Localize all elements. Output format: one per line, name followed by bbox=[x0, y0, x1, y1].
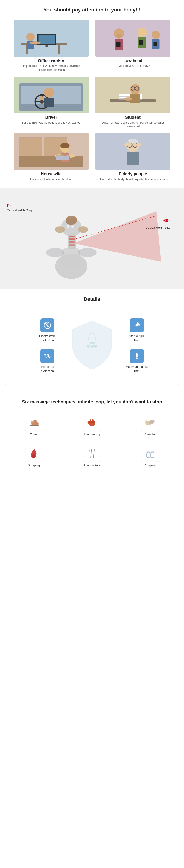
svg-rect-13 bbox=[116, 41, 121, 47]
tuina-icon bbox=[25, 415, 43, 431]
svg-marker-113 bbox=[94, 450, 95, 451]
person-img-student bbox=[96, 76, 170, 113]
person-desc-student: Write homework every day, lumbar vertebr… bbox=[96, 121, 170, 129]
massage-section: Six massage techniques, infinite loop, l… bbox=[0, 392, 184, 479]
feature-start-output: Start outputlimit bbox=[99, 318, 175, 342]
people-grid: Office worker Long hours of hard work, h… bbox=[0, 18, 184, 188]
person-desc-office-worker: Long hours of hard work, have already de… bbox=[14, 64, 88, 72]
svg-rect-5 bbox=[38, 35, 55, 44]
svg-rect-29 bbox=[44, 98, 54, 107]
svg-point-60 bbox=[125, 143, 129, 146]
person-img-elderly bbox=[96, 133, 170, 170]
person-title-driver: Driver bbox=[14, 115, 88, 120]
person-card-housewife: Housewife Homework that can never be don… bbox=[14, 133, 88, 181]
svg-point-30 bbox=[39, 96, 44, 100]
svg-rect-6 bbox=[46, 45, 48, 47]
massage-label-scraping: Scraping bbox=[28, 464, 40, 467]
short-circuit-icon bbox=[41, 349, 54, 363]
svg-rect-71 bbox=[69, 241, 75, 243]
massage-cell-scraping: Scraping bbox=[5, 441, 63, 472]
person-title-housewife: Housewife bbox=[14, 172, 88, 177]
massage-cell-cupping: Cupping bbox=[121, 441, 179, 472]
cupping-icon bbox=[141, 446, 159, 462]
person-desc-low-head: Is your cervical spine okay? bbox=[96, 64, 170, 68]
svg-rect-3 bbox=[58, 45, 60, 54]
svg-point-61 bbox=[137, 143, 141, 146]
massage-label-hammering: Hammering bbox=[84, 433, 100, 436]
svg-rect-44 bbox=[19, 156, 83, 167]
svg-point-88 bbox=[136, 324, 138, 327]
svg-point-90 bbox=[136, 358, 137, 359]
svg-point-18 bbox=[152, 31, 160, 39]
person-img-driver bbox=[14, 76, 88, 113]
svg-point-74 bbox=[65, 216, 77, 225]
person-title-office-worker: Office worker bbox=[14, 58, 88, 63]
svg-point-115 bbox=[151, 451, 154, 453]
person-card-student: Student Write homework every day, lumbar… bbox=[96, 76, 170, 129]
svg-point-80 bbox=[78, 248, 97, 257]
svg-rect-10 bbox=[96, 20, 170, 57]
person-card-office-worker: Office worker Long hours of hard work, h… bbox=[14, 20, 88, 72]
svg-marker-109 bbox=[91, 449, 92, 450]
svg-point-63 bbox=[128, 139, 138, 144]
massage-label-kneading: Kneading bbox=[144, 433, 156, 436]
electrostatic-icon bbox=[41, 318, 54, 332]
svg-line-112 bbox=[95, 450, 95, 458]
svg-line-108 bbox=[91, 449, 92, 457]
person-title-low-head: Low head bbox=[96, 58, 170, 63]
svg-rect-72 bbox=[69, 244, 75, 246]
svg-rect-20 bbox=[154, 42, 157, 46]
svg-point-76 bbox=[71, 225, 74, 228]
feature-short-circuit: Short circuitprotection bbox=[9, 349, 85, 373]
massage-cell-kneading: Kneading bbox=[121, 410, 179, 441]
feature-label-electrostatic: Electrostaticprotection bbox=[39, 334, 55, 342]
person-card-driver: Driver Long-term driver, the body is alr… bbox=[14, 76, 88, 129]
svg-point-14 bbox=[116, 34, 122, 38]
details-section: Details 100 SAFE bbox=[0, 289, 184, 392]
massage-label-tuina: Tuina bbox=[30, 433, 37, 436]
svg-point-42 bbox=[124, 97, 132, 101]
person-img-housewife bbox=[14, 133, 88, 170]
person-desc-driver: Long-term driver, the body is already ex… bbox=[14, 121, 88, 125]
massage-cell-acupuncture: Acupuncture bbox=[63, 441, 121, 472]
massage-label-acupuncture: Acupuncture bbox=[83, 464, 100, 467]
person-title-elderly: Elderly people bbox=[96, 172, 170, 177]
page-title: You should pay attention to your body!!! bbox=[0, 0, 184, 18]
feature-label-short-circuit: Short circuitprotection bbox=[39, 365, 55, 373]
hammering-icon bbox=[83, 415, 101, 431]
svg-marker-111 bbox=[93, 450, 94, 451]
start-output-icon bbox=[130, 318, 144, 332]
details-title: Details bbox=[5, 296, 179, 302]
person-desc-housewife: Homework that can never be done bbox=[14, 177, 88, 181]
person-desc-elderly: Getting older, the body should pay atten… bbox=[96, 177, 170, 181]
svg-point-15 bbox=[137, 28, 147, 37]
svg-rect-67 bbox=[62, 248, 80, 269]
svg-point-7 bbox=[26, 33, 35, 41]
person-title-student: Student bbox=[96, 115, 170, 120]
person-card-low-head: Low head Is your cervical spine okay? bbox=[96, 20, 170, 72]
angle-section: 0° Cervical weight 5 kg 60° Cervical wei… bbox=[0, 188, 184, 289]
massage-cell-hammering: Hammering bbox=[63, 410, 121, 441]
svg-rect-70 bbox=[69, 238, 75, 240]
svg-line-106 bbox=[90, 450, 90, 458]
details-features: Electrostaticprotection Start outputlimi… bbox=[9, 318, 175, 373]
svg-rect-62 bbox=[127, 152, 139, 165]
details-box: 100 SAFE E bbox=[5, 307, 179, 385]
massage-cell-tuina: Tuina bbox=[5, 410, 63, 441]
feature-label-start-output: Start outputlimit bbox=[129, 334, 144, 342]
feature-max-output: Maximum outputlimit bbox=[99, 349, 175, 373]
svg-point-78 bbox=[78, 226, 88, 233]
svg-rect-17 bbox=[139, 40, 143, 45]
svg-point-75 bbox=[67, 225, 69, 228]
person-img-low-head bbox=[96, 20, 170, 57]
feature-electrostatic: Electrostaticprotection bbox=[9, 318, 85, 342]
svg-rect-52 bbox=[56, 156, 70, 160]
svg-point-105 bbox=[32, 454, 35, 458]
person-card-elderly: Elderly people Getting older, the body s… bbox=[96, 133, 170, 181]
svg-point-77 bbox=[55, 226, 65, 233]
svg-rect-89 bbox=[136, 353, 137, 357]
svg-marker-107 bbox=[89, 450, 90, 451]
svg-point-114 bbox=[146, 451, 150, 453]
acupuncture-icon bbox=[83, 446, 101, 462]
svg-line-110 bbox=[93, 450, 94, 458]
